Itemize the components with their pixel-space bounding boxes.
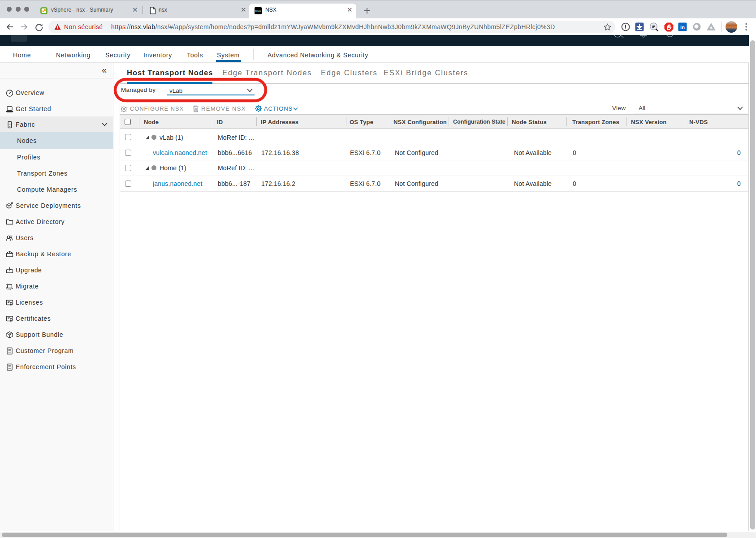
svg-text:in: in	[680, 25, 685, 30]
svg-text:IP: IP	[652, 25, 656, 29]
